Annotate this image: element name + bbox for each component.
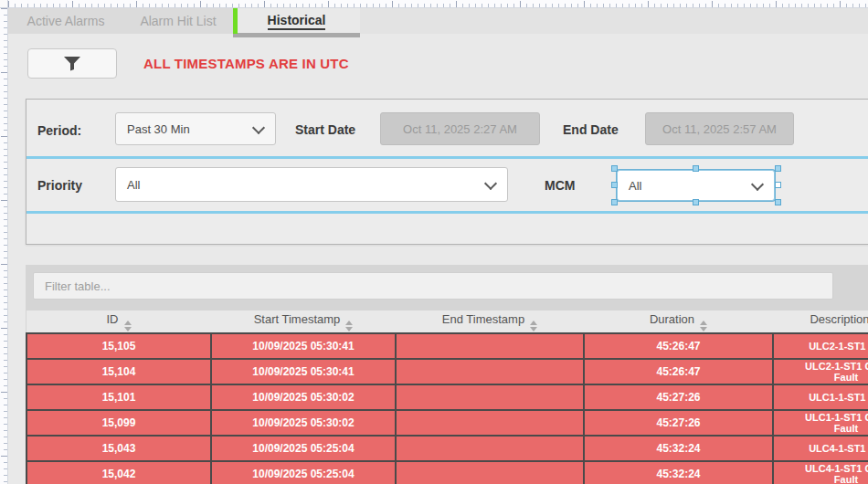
cell-id: 15,101 — [26, 384, 211, 410]
selection-handle-n[interactable] — [693, 165, 699, 172]
cell-end-timestamp — [396, 436, 584, 461]
alarm-table: IDStart TimestampEnd TimestampDurationDe… — [26, 310, 868, 484]
vertical-ruler — [0, 8, 8, 484]
table-filter-input[interactable] — [33, 272, 833, 300]
selection-handle-nw[interactable] — [611, 165, 618, 172]
table-row[interactable]: 15,101 10/09/2025 05:30:02 45:27:26 ULC1… — [26, 384, 868, 410]
priority-select-value: All — [127, 178, 140, 192]
cell-id: 15,105 — [26, 333, 211, 359]
chevron-down-icon — [484, 177, 497, 190]
cell-description: ULC4-1-ST1 Com Fault — [773, 461, 868, 484]
funnel-icon — [63, 56, 81, 71]
active-tab-underline — [233, 33, 360, 37]
cell-duration: 45:26:47 — [584, 333, 773, 359]
tab-bar-filler — [360, 8, 868, 34]
column-header-label: Duration — [650, 312, 694, 326]
tab-historical[interactable]: Historical — [233, 8, 360, 34]
sort-icon[interactable] — [700, 321, 707, 331]
mcm-select[interactable]: All — [617, 170, 775, 201]
table-row[interactable]: 15,042 10/09/2025 05:25:04 45:32:24 ULC4… — [26, 461, 868, 484]
tab-bar: Active Alarms Alarm Hit List Historical — [8, 8, 868, 34]
alarm-table-header-row: IDStart TimestampEnd TimestampDurationDe… — [26, 310, 868, 333]
column-header-end[interactable]: End Timestamp — [396, 310, 584, 333]
cell-id: 15,043 — [26, 436, 211, 461]
cell-end-timestamp — [396, 410, 584, 436]
column-header-start[interactable]: Start Timestamp — [211, 310, 396, 333]
cell-start-timestamp: 10/09/2025 05:30:41 — [211, 359, 396, 384]
start-date-field: Oct 11, 2025 2:27 AM — [380, 112, 540, 145]
cell-duration: 45:32:24 — [584, 436, 773, 461]
column-header-label: ID — [107, 312, 119, 326]
cell-start-timestamp: 10/09/2025 05:30:02 — [211, 384, 396, 410]
column-header-label: End Timestamp — [442, 312, 524, 326]
alarm-table-body: 15,105 10/09/2025 05:30:41 45:26:47 ULC2… — [26, 333, 868, 484]
table-row[interactable]: 15,105 10/09/2025 05:30:41 45:26:47 ULC2… — [26, 333, 868, 359]
tab-alarm-hit-list[interactable]: Alarm Hit List — [123, 8, 233, 34]
priority-select[interactable]: All — [115, 167, 508, 202]
column-header-duration[interactable]: Duration — [584, 310, 773, 333]
utc-notice-text: ALL TIMESTAMPS ARE IN UTC — [143, 56, 349, 71]
selection-handle-sw[interactable] — [611, 199, 618, 205]
cell-description: ULC2-1-ST1 Com Fault — [773, 359, 868, 384]
cell-start-timestamp: 10/09/2025 05:30:41 — [211, 333, 396, 359]
cell-duration: 45:32:24 — [584, 461, 773, 484]
cell-id: 15,104 — [26, 359, 211, 384]
column-header-label: Description — [810, 312, 868, 326]
cell-start-timestamp: 10/09/2025 05:30:02 — [211, 410, 396, 436]
table-row[interactable]: 15,104 10/09/2025 05:30:41 45:26:47 ULC2… — [26, 359, 868, 384]
cell-description: ULC2-1-ST1 Tip — [773, 333, 868, 359]
panel-divider-blue — [26, 156, 868, 159]
cell-start-timestamp: 10/09/2025 05:25:04 — [211, 461, 396, 484]
cell-description: ULC1-1-ST1 Com Fault — [773, 410, 868, 436]
ruler-corner — [0, 0, 8, 8]
cell-duration: 45:27:26 — [584, 384, 773, 410]
horizontal-ruler — [8, 0, 868, 8]
cell-end-timestamp — [396, 333, 584, 359]
cell-description: ULC4-1-ST1 Tip — [773, 436, 868, 461]
table-row[interactable]: 15,099 10/09/2025 05:30:02 45:27:26 ULC1… — [26, 410, 868, 436]
column-header-description[interactable]: Description — [773, 310, 868, 333]
filter-panel: Period: Past 30 Min Start Date Oct 11, 2… — [26, 99, 868, 245]
mcm-label: MCM — [545, 178, 575, 193]
cell-end-timestamp — [396, 384, 584, 410]
period-select-value: Past 30 Min — [127, 122, 190, 136]
mcm-select-value: All — [629, 179, 641, 193]
cell-end-timestamp — [396, 461, 584, 484]
table-row[interactable]: 15,043 10/09/2025 05:25:04 45:32:24 ULC4… — [26, 436, 868, 461]
cell-id: 15,099 — [26, 410, 211, 436]
tab-label: Active Alarms — [27, 14, 105, 28]
panel-divider-blue — [26, 211, 868, 214]
start-date-label: Start Date — [295, 122, 355, 137]
sort-icon[interactable] — [530, 321, 537, 331]
cell-start-timestamp: 10/09/2025 05:25:04 — [211, 436, 396, 461]
selection-handle-se[interactable] — [775, 199, 781, 205]
chevron-down-icon — [252, 121, 265, 134]
cell-duration: 45:26:47 — [584, 359, 773, 384]
designer-canvas: { "tabs": [ {"label": "Active Alarms", "… — [0, 0, 868, 484]
end-date-field: Oct 11, 2025 2:57 AM — [645, 112, 794, 145]
selection-handle-e[interactable] — [775, 182, 781, 188]
period-select[interactable]: Past 30 Min — [115, 112, 276, 145]
sort-icon[interactable] — [124, 321, 132, 331]
selection-handle-w[interactable] — [611, 182, 618, 188]
mcm-select-selection: All — [611, 165, 781, 205]
end-date-label: End Date — [563, 122, 619, 137]
period-label: Period: — [37, 123, 81, 138]
tab-label: Alarm Hit List — [140, 14, 216, 28]
tab-active-alarms[interactable]: Active Alarms — [8, 8, 123, 34]
chevron-down-icon — [751, 178, 764, 191]
sort-icon[interactable] — [345, 321, 353, 331]
cell-description: ULC1-1-ST1 Tip — [773, 384, 868, 410]
cell-id: 15,042 — [26, 461, 211, 484]
tab-label: Historical — [268, 13, 326, 30]
filter-toggle-button[interactable] — [27, 48, 117, 79]
selection-handle-ne[interactable] — [775, 165, 781, 172]
cell-end-timestamp — [396, 359, 584, 384]
column-header-label: Start Timestamp — [254, 312, 341, 326]
alarm-table-container: IDStart TimestampEnd TimestampDurationDe… — [26, 265, 868, 484]
selection-handle-s[interactable] — [693, 199, 699, 205]
column-header-id[interactable]: ID — [26, 310, 211, 333]
active-tab-accent-bar — [233, 8, 238, 34]
priority-label: Priority — [37, 178, 82, 193]
cell-duration: 45:27:26 — [584, 410, 773, 436]
